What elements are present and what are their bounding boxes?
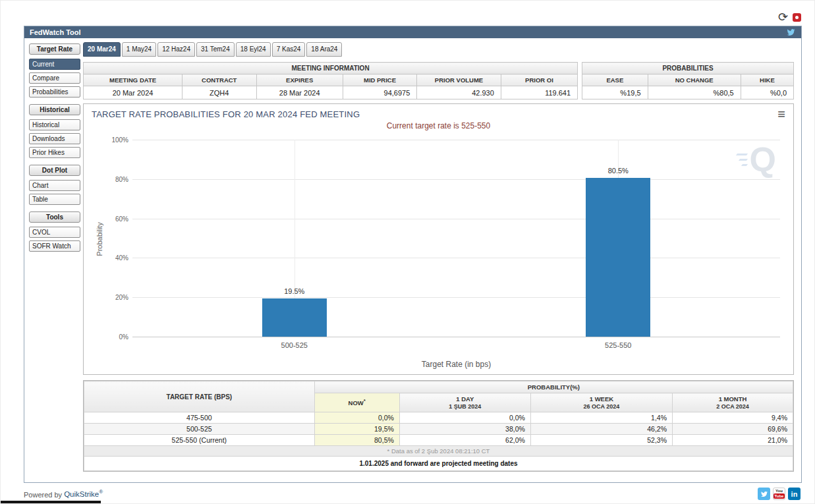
prob-cell: 9,4% xyxy=(673,412,793,424)
linkedin-icon[interactable]: in xyxy=(788,488,801,500)
bottom-strip xyxy=(1,501,101,503)
hike-value: %0,0 xyxy=(741,86,793,99)
table-row: 475-500 0,0% 0,0% 1,4% 9,4% xyxy=(84,412,793,424)
tab-12-haz24[interactable]: 12 Haz24 xyxy=(157,42,195,57)
meeting-info-title: MEETING INFORMATION xyxy=(84,63,578,74)
rate-cell: 500-525 xyxy=(84,424,315,435)
sidebar-item-dot-plot-table[interactable]: Table xyxy=(29,194,80,205)
bar-525-550[interactable]: 80.5% xyxy=(586,178,650,337)
rate-cell: 475-500 xyxy=(84,412,315,424)
data-asof-note: * Data as of 2 Şub 2024 08:21:10 CT xyxy=(84,446,793,457)
sidebar-item-current[interactable]: Current xyxy=(29,59,80,70)
expires-value: 28 Mar 2024 xyxy=(256,86,343,99)
sidebar-item-downloads[interactable]: Downloads xyxy=(29,133,80,144)
chart-menu-icon[interactable]: ≡ xyxy=(777,109,785,119)
ease-value: %19,5 xyxy=(582,86,648,99)
sidebar-section-dot-plot: Dot Plot xyxy=(29,165,80,176)
prob-cell: 46,2% xyxy=(530,424,672,435)
sidebar-item-prior-hikes[interactable]: Prior Hikes xyxy=(29,147,80,158)
probabilities-table: PROBABILITIES EASE NO CHANGE HIKE %19,5 … xyxy=(582,62,794,99)
tab-31-tem24[interactable]: 31 Tem24 xyxy=(196,42,235,57)
powered-by: Powered by QuikStrike® xyxy=(24,490,103,499)
sidebar-item-probabilities[interactable]: Probabilities xyxy=(29,86,80,98)
sidebar-section-tools: Tools xyxy=(29,211,80,223)
twitter-icon[interactable] xyxy=(786,28,796,36)
prob-cell: 1,4% xyxy=(530,412,672,424)
meeting-tabs: 20 Mar24 1 May24 12 Haz24 31 Tem24 18 Ey… xyxy=(83,42,794,57)
main-content: 20 Mar24 1 May24 12 Haz24 31 Tem24 18 Ey… xyxy=(83,42,794,472)
column-header-now: NOW* xyxy=(314,393,399,412)
meeting-info-row: MEETING INFORMATION MEETING DATE CONTRAC… xyxy=(83,62,794,99)
quikstrike-link[interactable]: QuikStrike® xyxy=(64,490,103,498)
col-header-prior-volume: PRIOR VOLUME xyxy=(417,74,501,86)
contract-value: ZQH4 xyxy=(183,86,257,99)
sidebar-section-target-rate: Target Rate xyxy=(29,43,80,55)
mid-price-value: 94,6975 xyxy=(343,86,417,99)
chart-title: TARGET RATE PROBABILITIES FOR 20 MAR 202… xyxy=(92,109,360,119)
chart-panel: TARGET RATE PROBABILITIES FOR 20 MAR 202… xyxy=(83,103,794,375)
prob-cell: 52,3% xyxy=(530,435,672,446)
table-row: 500-525 19,5% 38,0% 46,2% 69,6% xyxy=(84,424,793,435)
no-change-value: %80,5 xyxy=(648,86,741,99)
app-title: FedWatch Tool xyxy=(30,28,81,36)
col-header-expires: EXPIRES xyxy=(256,74,343,86)
sidebar-item-sofr-watch[interactable]: SOFR Watch xyxy=(29,240,80,252)
probability-group-header: PROBABILITY(%) xyxy=(314,381,793,393)
column-header-1-day: 1 DAY 1 ŞUB 2024 xyxy=(399,393,530,412)
prob-cell: 0,0% xyxy=(399,412,530,424)
now-cell: 19,5% xyxy=(314,424,399,435)
sidebar-item-historical[interactable]: Historical xyxy=(29,119,80,130)
sidebar: Target Rate Current Compare Probabilitie… xyxy=(29,42,80,254)
prob-cell: 38,0% xyxy=(399,424,530,435)
prob-cell: 62,0% xyxy=(399,435,530,446)
y-tick-label: 20% xyxy=(101,294,128,301)
prior-oi-value: 119.641 xyxy=(501,86,577,99)
probability-history-panel: TARGET RATE (BPS) PROBABILITY(%) NOW* 1 … xyxy=(83,380,794,472)
fedwatch-app: FedWatch Tool Target Rate Current Compar… xyxy=(24,26,802,483)
social-icons: You Tube in xyxy=(758,488,801,500)
y-tick-label: 100% xyxy=(101,136,128,144)
column-header-1-month: 1 MONTH 2 OCA 2024 xyxy=(673,393,793,412)
chart-subtitle: Current target rate is 525-550 xyxy=(84,121,793,130)
tab-7-kas24[interactable]: 7 Kas24 xyxy=(272,42,306,57)
projection-note: 1.01.2025 and forward are projected meet… xyxy=(84,457,793,471)
probability-history-table: TARGET RATE (BPS) PROBABILITY(%) NOW* 1 … xyxy=(84,381,793,471)
refresh-icon[interactable]: ⟳ xyxy=(778,11,788,23)
y-tick-label: 40% xyxy=(101,254,128,262)
rate-cell: 525-550 (Current) xyxy=(84,435,315,446)
tab-20-mar24[interactable]: 20 Mar24 xyxy=(83,42,121,57)
bar-chart: Probability Q 100% 80% 60% 40% 20% 0% xyxy=(90,137,787,369)
col-header-ease: EASE xyxy=(582,74,648,86)
app-body: Target Rate Current Compare Probabilitie… xyxy=(24,38,801,482)
x-axis-label: Target Rate (in bps) xyxy=(132,360,780,369)
twitter-social-icon[interactable] xyxy=(758,488,770,500)
sidebar-item-cvol[interactable]: CVOL xyxy=(29,227,80,238)
bar-500-525[interactable]: 19.5% xyxy=(262,298,327,337)
prob-cell: 21,0% xyxy=(673,435,793,446)
quikstrike-watermark: Q xyxy=(737,141,776,178)
table-row: 525-550 (Current) 80,5% 62,0% 52,3% 21,0… xyxy=(84,435,793,446)
sidebar-item-dot-plot-chart[interactable]: Chart xyxy=(29,180,80,191)
column-header-1-week: 1 WEEK 26 OCA 2024 xyxy=(530,393,672,412)
y-tick-label: 0% xyxy=(101,333,128,341)
prob-cell: 69,6% xyxy=(673,424,793,435)
y-axis-label: Probability xyxy=(96,222,103,256)
tab-18-eyl24[interactable]: 18 Eyl24 xyxy=(236,42,271,57)
sidebar-section-historical: Historical xyxy=(29,104,80,115)
page-footer: Powered by QuikStrike® You Tube in xyxy=(24,488,801,500)
youtube-icon[interactable]: You Tube xyxy=(773,488,785,500)
now-cell: 80,5% xyxy=(314,435,399,446)
bar-value-label: 19.5% xyxy=(284,287,304,295)
meeting-date-value: 20 Mar 2024 xyxy=(84,86,183,99)
red-app-icon[interactable] xyxy=(793,13,801,22)
y-tick-label: 80% xyxy=(101,176,128,183)
col-header-prior-oi: PRIOR OI xyxy=(501,74,577,86)
sidebar-item-compare[interactable]: Compare xyxy=(29,72,80,84)
col-header-mid-price: MID PRICE xyxy=(343,74,417,86)
target-rate-bps-header: TARGET RATE (BPS) xyxy=(84,381,315,412)
prior-volume-value: 42.930 xyxy=(417,86,501,99)
tab-18-ara24[interactable]: 18 Ara24 xyxy=(306,42,342,57)
col-header-hike: HIKE xyxy=(741,74,793,86)
tab-1-may24[interactable]: 1 May24 xyxy=(122,42,156,57)
browser-page-icons: ⟳ xyxy=(778,11,801,23)
